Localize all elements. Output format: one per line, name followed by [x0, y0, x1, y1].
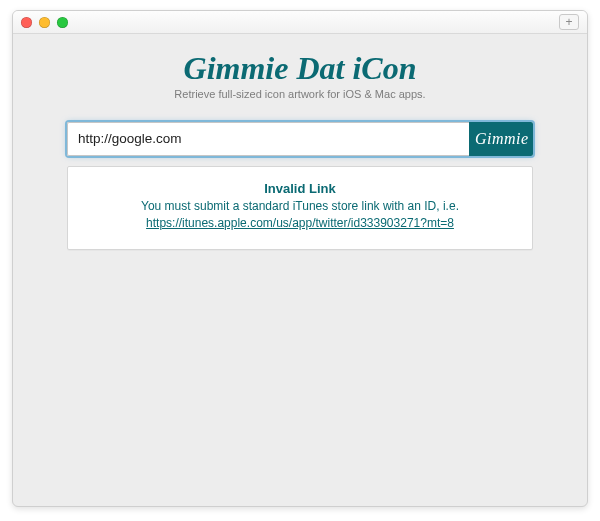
window-controls [21, 17, 68, 28]
page-content: Gimmie Dat iCon Retrieve full-sized icon… [13, 34, 587, 250]
error-message: You must submit a standard iTunes store … [80, 199, 520, 213]
result-card: Invalid Link You must submit a standard … [67, 166, 533, 250]
search-form: Gimmie [67, 122, 533, 156]
minimize-icon[interactable] [39, 17, 50, 28]
close-icon[interactable] [21, 17, 32, 28]
app-window: + Gimmie Dat iCon Retrieve full-sized ic… [12, 10, 588, 507]
url-input[interactable] [67, 122, 469, 156]
zoom-icon[interactable] [57, 17, 68, 28]
example-link[interactable]: https://itunes.apple.com/us/app/twitter/… [146, 216, 454, 230]
error-title: Invalid Link [80, 181, 520, 196]
new-tab-button[interactable]: + [559, 14, 579, 30]
window-titlebar: + [13, 11, 587, 34]
page-tagline: Retrieve full-sized icon artwork for iOS… [67, 88, 533, 100]
plus-icon: + [565, 16, 572, 28]
page-title: Gimmie Dat iCon [67, 52, 533, 86]
submit-button[interactable]: Gimmie [469, 122, 533, 156]
